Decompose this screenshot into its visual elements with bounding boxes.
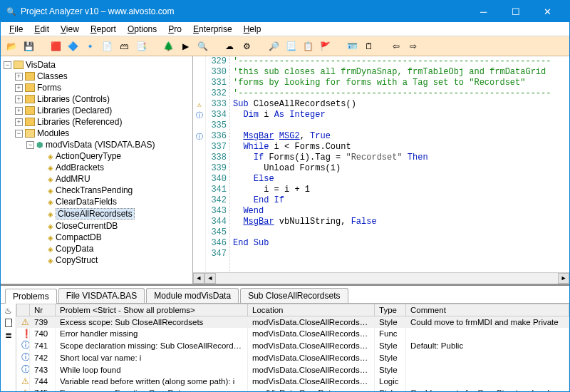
page-icon[interactable]: 📃 — [284, 40, 297, 53]
right-icon[interactable]: ⇨ — [407, 40, 420, 53]
tab-problems[interactable]: Problems — [5, 289, 57, 304]
col-problem[interactable]: Problem <Strict - Show all problems> — [56, 304, 248, 316]
code-line[interactable]: Dim i As Integer — [233, 110, 569, 120]
problem-row[interactable]: ❗740Error handler missingmodVisData.Clos… — [17, 328, 569, 339]
code-line[interactable]: Unload Forms(i) — [233, 163, 569, 174]
code-line[interactable]: End Sub — [233, 238, 569, 249]
code-line[interactable] — [233, 249, 569, 259]
scroll-left[interactable]: ◄ — [193, 273, 204, 284]
tree-func-actionquerytype[interactable]: ◈ActionQueryType — [2, 150, 191, 162]
tree-folder-libraries-declared-[interactable]: +Libraries (Declared) — [2, 105, 191, 116]
tree-func-copystruct[interactable]: ◈CopyStruct — [2, 254, 191, 266]
code-line[interactable]: While i < Forms.Count — [233, 142, 569, 153]
tab-module-modvisdata[interactable]: Module modVisData — [146, 288, 239, 303]
col-nr[interactable]: Nr — [30, 304, 56, 316]
tab-file-visdata-bas[interactable]: File VISDATA.BAS — [58, 288, 145, 303]
tree-folder-libraries-referenced-[interactable]: +Libraries (Referenced) — [2, 116, 191, 128]
blue-icon[interactable]: 🔷 — [66, 40, 79, 53]
save-icon[interactable]: 💾 — [22, 40, 35, 53]
minimize-button[interactable]: ─ — [467, 1, 499, 22]
pages-icon[interactable]: 📋 — [301, 40, 314, 53]
tree-func-addmru[interactable]: ◈AddMRU — [2, 173, 191, 185]
tree-folder-forms[interactable]: +Forms — [2, 82, 191, 93]
line-numbers: 3293303313323333343353363373383393403413… — [206, 56, 230, 284]
left-icon[interactable]: ⇦ — [390, 40, 403, 53]
red-icon[interactable]: 🟥 — [49, 40, 62, 53]
tree-func-compactdb[interactable]: ◈CompactDB — [2, 232, 191, 243]
col-location[interactable]: Location — [248, 304, 375, 316]
tree-root[interactable]: −VisData — [2, 59, 191, 71]
cyan-icon[interactable]: 🔹 — [83, 40, 96, 53]
project-tree[interactable]: −VisData+Classes+Forms+Libraries (Contro… — [1, 56, 193, 284]
menu-view[interactable]: View — [55, 23, 85, 36]
tree-func-closecurrentdb[interactable]: ◈CloseCurrentDB — [2, 220, 191, 232]
scroll-left2[interactable]: ◄ — [204, 273, 216, 284]
code-line[interactable] — [233, 227, 569, 238]
menubar: FileEditViewReportOptionsProEnterpriseHe… — [1, 22, 569, 36]
code-line[interactable]: 'forms by looking for forms with a Tag s… — [233, 78, 569, 88]
flag-icon[interactable]: 🚩 — [318, 40, 331, 53]
maximize-button[interactable]: ☐ — [499, 1, 532, 22]
problem-row[interactable]: ⓘ743While loop foundmodVisData.CloseAllR… — [17, 363, 569, 376]
close-button[interactable]: ✕ — [532, 1, 564, 22]
tree-folder-libraries-controls-[interactable]: +Libraries (Controls) — [2, 93, 191, 105]
tree-folder-classes[interactable]: +Classes — [2, 71, 191, 82]
note-icon[interactable]: 🗒 — [363, 40, 375, 53]
code-line[interactable]: If Forms(i).Tag = "Recordset" Then — [233, 153, 569, 163]
scroll-right[interactable]: ► — [558, 273, 569, 284]
menu-enterprise[interactable]: Enterprise — [187, 23, 238, 36]
menu-edit[interactable]: Edit — [28, 23, 55, 36]
problem-row[interactable]: ⓘ742Short local var name: imodVisData.Cl… — [17, 351, 569, 363]
col-comment[interactable]: Comment — [406, 304, 569, 316]
problems-table[interactable]: Nr Problem <Strict - Show all problems> … — [16, 304, 569, 391]
tree-icon[interactable]: 🌲 — [162, 40, 175, 53]
problem-row[interactable]: ⚠739Excess scope: Sub CloseAllRecordsets… — [17, 316, 569, 329]
find-icon[interactable]: 🔍 — [196, 40, 209, 53]
h-scrollbar[interactable]: ◄ ◄ ► — [193, 272, 569, 284]
code-line[interactable]: i = i + 1 — [233, 185, 569, 195]
doc-icon[interactable]: ! — [5, 319, 12, 327]
card-icon[interactable]: 🪪 — [346, 40, 358, 53]
code-line[interactable] — [233, 120, 569, 131]
tab-sub-closeallrecordsets[interactable]: Sub CloseAllRecordsets — [240, 288, 348, 303]
db-icon[interactable]: 🗃 — [118, 40, 130, 53]
menu-file[interactable]: File — [4, 23, 28, 36]
problem-row[interactable]: ⚠745Excess scope: Function CopyDatamodVi… — [17, 387, 569, 391]
col-type[interactable]: Type — [375, 304, 406, 316]
menu-report[interactable]: Report — [85, 23, 122, 36]
code-line[interactable]: Sub CloseAllRecordsets() — [233, 99, 569, 110]
code-line[interactable]: MsgBar vbNullString, False — [233, 217, 569, 227]
problems-pane: ProblemsFile VISDATA.BASModule modVisDat… — [1, 284, 569, 391]
doc-icon[interactable]: 📄 — [100, 40, 113, 53]
code-line[interactable]: End If — [233, 195, 569, 206]
tree-func-cleardatafields[interactable]: ◈ClearDataFields — [2, 196, 191, 207]
code-body[interactable]: '---------------------------------------… — [230, 56, 569, 284]
cog-icon[interactable]: ⚙ — [240, 40, 253, 53]
tree-func-addbrackets[interactable]: ◈AddBrackets — [2, 162, 191, 173]
code-line[interactable]: Wend — [233, 206, 569, 217]
code-line[interactable]: '---------------------------------------… — [233, 88, 569, 99]
menu-options[interactable]: Options — [122, 23, 162, 36]
folder-icon[interactable]: 📂 — [5, 40, 18, 53]
tree-module[interactable]: −⬢modVisData (VISDATA.BAS) — [2, 139, 191, 150]
code-line[interactable]: MsgBar MSG2, True — [233, 131, 569, 142]
tree-func-copydata[interactable]: ◈CopyData — [2, 243, 191, 254]
titlebar: 🔍 Project Analyzer v10 – www.aivosto.com… — [1, 1, 569, 22]
code-line[interactable]: Else — [233, 174, 569, 185]
tree-func-closeallrecordsets[interactable]: ◈CloseAllRecordsets — [2, 207, 191, 220]
filter-icon[interactable]: ♨ — [4, 306, 12, 316]
play-icon[interactable]: ▶ — [179, 40, 192, 53]
menu-help[interactable]: Help — [238, 23, 267, 36]
problem-row[interactable]: ⚠744Variable read before written (along … — [17, 376, 569, 387]
zoom-icon[interactable]: 🔎 — [267, 40, 280, 53]
doc2-icon[interactable]: 📑 — [135, 40, 147, 53]
problems-grid: ♨ ! ≣ Nr Problem <Strict - Show all prob… — [1, 303, 569, 391]
code-line[interactable]: 'this sub closes all frmDynaSnap, frmTab… — [233, 67, 569, 78]
menu-pro[interactable]: Pro — [162, 23, 187, 36]
cloud-icon[interactable]: ☁ — [223, 40, 236, 53]
code-line[interactable]: '---------------------------------------… — [233, 56, 569, 67]
problem-row[interactable]: ⓘ741Scope declaration missing: Sub Close… — [17, 339, 569, 351]
tree-folder-modules[interactable]: −Modules — [2, 128, 191, 139]
list-icon[interactable]: ≣ — [5, 330, 12, 340]
tree-func-checktranspending[interactable]: ◈CheckTransPending — [2, 185, 191, 196]
